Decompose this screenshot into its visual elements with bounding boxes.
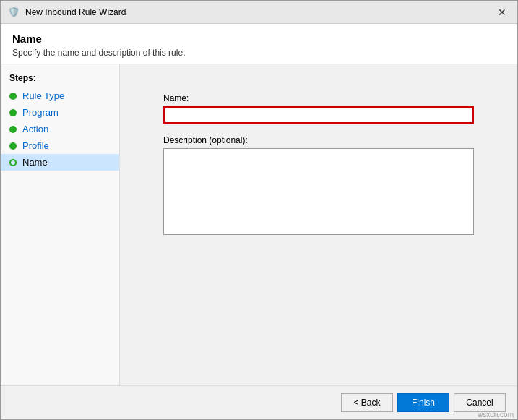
sidebar-item-rule-type[interactable]: Rule Type (1, 87, 119, 104)
window-icon: 🛡️ (7, 5, 21, 20)
step-dot-rule-type (9, 93, 17, 100)
step-dot-program (9, 109, 17, 116)
sidebar-label-rule-type: Rule Type (22, 90, 64, 101)
window-footer: < Back Finish Cancel (1, 385, 517, 419)
description-form-group: Description (optional): (163, 135, 474, 237)
name-form-group: Name: (163, 93, 474, 124)
sidebar-item-program[interactable]: Program (1, 104, 119, 121)
main-content: Name: Description (optional): (120, 64, 517, 385)
name-input[interactable] (163, 106, 474, 124)
title-bar: 🛡️ New Inbound Rule Wizard ✕ (1, 1, 517, 24)
step-dot-name (9, 159, 17, 166)
window-body: Steps: Rule Type Program Action Profile (1, 64, 517, 385)
step-dot-action (9, 126, 17, 133)
description-input[interactable] (163, 148, 474, 235)
step-dot-profile (9, 142, 17, 150)
sidebar-item-action[interactable]: Action (1, 121, 119, 137)
back-button[interactable]: < Back (341, 393, 393, 412)
sidebar-label-profile: Profile (22, 140, 49, 151)
title-bar-text: New Inbound Rule Wizard (25, 7, 493, 17)
watermark: wsxdn.com (478, 411, 514, 419)
sidebar-label-program: Program (22, 107, 59, 118)
page-subtitle: Specify the name and description of this… (12, 48, 506, 58)
finish-button[interactable]: Finish (397, 393, 449, 412)
wizard-window: 🛡️ New Inbound Rule Wizard ✕ Name Specif… (0, 0, 518, 420)
sidebar: Steps: Rule Type Program Action Profile (1, 64, 120, 385)
name-label: Name: (163, 93, 474, 103)
description-label: Description (optional): (163, 135, 474, 145)
sidebar-label-action: Action (22, 124, 48, 134)
sidebar-label-name: Name (22, 157, 48, 168)
steps-label: Steps: (1, 73, 119, 87)
sidebar-item-name[interactable]: Name (1, 154, 119, 171)
sidebar-item-profile[interactable]: Profile (1, 137, 119, 154)
window-header: Name Specify the name and description of… (1, 24, 517, 64)
page-title: Name (12, 33, 506, 45)
cancel-button[interactable]: Cancel (454, 393, 506, 412)
close-button[interactable]: ✕ (493, 4, 511, 20)
